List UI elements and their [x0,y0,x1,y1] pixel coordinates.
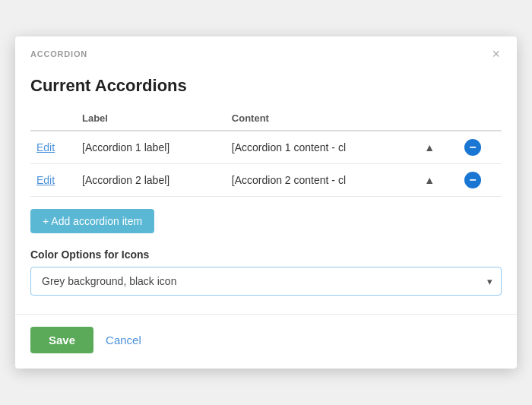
move-up-button[interactable]: ▲ [421,140,438,155]
color-options-label: Color Options for Icons [30,248,502,261]
content-cell: [Accordion 1 content - cl [226,131,415,164]
content-cell: [Accordion 2 content - cl [226,164,415,197]
col-header-content: Content [226,108,415,131]
table-row: Edit [Accordion 1 label] [Accordion 1 co… [30,131,502,164]
label-cell: [Accordion 1 label] [76,131,226,164]
modal-footer: Save Cancel [15,314,517,369]
label-cell: [Accordion 2 label] [76,164,226,197]
edit-cell: Edit [30,131,76,164]
col-header-actions [30,108,76,131]
edit-button[interactable]: Edit [36,174,55,186]
move-up-button[interactable]: ▲ [421,172,438,188]
edit-button[interactable]: Edit [36,141,55,153]
save-button[interactable]: Save [30,327,93,353]
remove-button[interactable]: − [464,139,481,156]
remove-cell: − [458,131,502,164]
close-button[interactable]: × [490,47,502,61]
col-header-remove [458,108,502,131]
color-select[interactable]: Grey background, black iconWhite backgro… [30,267,502,296]
edit-cell: Edit [30,164,76,197]
minus-circle-icon: − [464,139,481,156]
remove-cell: − [458,164,502,197]
modal-header: ACCORDION × [15,36,517,68]
cancel-button[interactable]: Cancel [106,334,141,346]
move-cell: ▲ [415,164,458,197]
modal-body: Current Accordions Label Content Edit [A… [15,68,517,311]
color-select-wrapper: Grey background, black iconWhite backgro… [30,267,502,296]
accordions-table: Label Content Edit [Accordion 1 label] [… [30,108,502,197]
remove-button[interactable]: − [464,172,481,188]
add-accordion-button[interactable]: + Add accordion item [30,209,154,233]
col-header-move [415,108,458,131]
table-row: Edit [Accordion 2 label] [Accordion 2 co… [30,164,502,197]
table-header-row: Label Content [30,108,502,131]
accordion-modal: ACCORDION × Current Accordions Label Con… [15,36,517,369]
section-title: Current Accordions [30,76,502,96]
modal-title: ACCORDION [30,49,87,59]
col-header-label: Label [76,108,226,131]
minus-circle-icon: − [464,172,481,188]
move-cell: ▲ [415,131,458,164]
